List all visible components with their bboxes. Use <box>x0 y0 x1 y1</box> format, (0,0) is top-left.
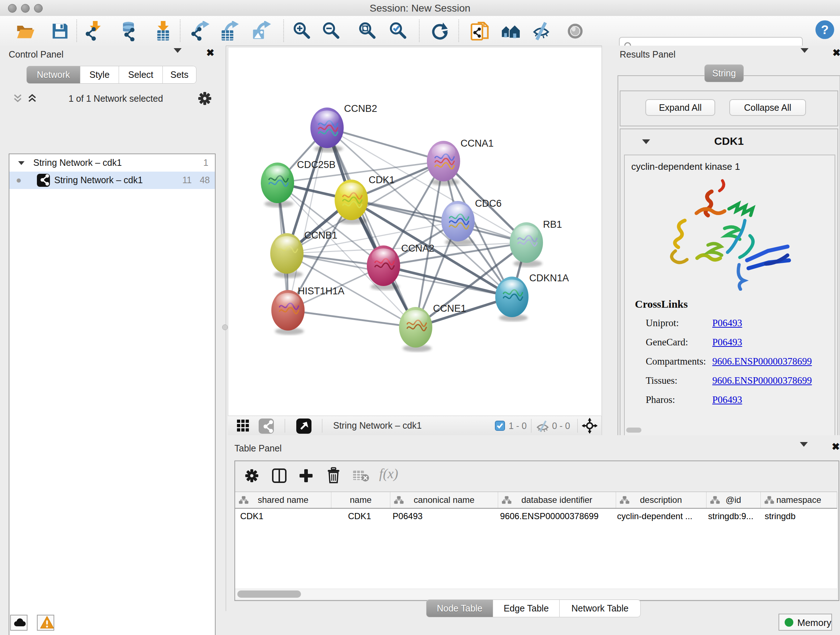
memory-button[interactable]: Memory <box>778 614 832 631</box>
network-canvas[interactable]: CCNB2CCNA1CDC25BCDK1CDC6RB1CCNB1CCNA2CDK… <box>228 47 602 416</box>
birdseye-view-icon[interactable] <box>296 418 312 434</box>
network-options-gear-icon[interactable] <box>197 91 212 106</box>
cloud-status-button[interactable] <box>10 615 27 631</box>
clone-network-button[interactable] <box>470 21 490 41</box>
column-header-name[interactable]: name <box>332 492 390 508</box>
network-node-rb1[interactable]: RB1 <box>510 219 562 267</box>
table-cell[interactable]: stringdb <box>760 509 837 524</box>
table-cell[interactable]: CDK1 <box>235 509 332 524</box>
table-scrollbar-thumb[interactable] <box>237 591 301 598</box>
table-cell[interactable]: 9606.ENSP00000378699 <box>495 509 612 524</box>
crosslink-link[interactable]: 9606.ENSP00000378699 <box>712 356 812 367</box>
tab-select[interactable]: Select <box>119 66 163 84</box>
table-panel-collapse-button[interactable] <box>800 447 808 452</box>
column-header-namespace[interactable]: namespace <box>761 492 837 508</box>
export-image-button[interactable] <box>251 21 271 41</box>
import-network-button[interactable] <box>84 21 104 41</box>
network-graph[interactable]: CCNB2CCNA1CDC25BCDK1CDC6RB1CCNB1CCNA2CDK… <box>228 48 602 416</box>
table-container: f(x) shared namenamecanonical namedataba… <box>234 461 839 601</box>
network-nodes: CCNB2CCNA1CDC25BCDK1CDC6RB1CCNB1CCNA2CDK… <box>261 103 569 352</box>
table-options-gear-icon[interactable] <box>245 469 259 483</box>
save-session-button[interactable] <box>50 21 70 41</box>
collapse-all-button[interactable]: Collapse All <box>729 99 806 116</box>
results-panel-collapse-button[interactable] <box>801 53 808 58</box>
footer-separator <box>531 419 531 432</box>
import-database-button[interactable] <box>118 21 139 41</box>
help-button[interactable]: ? <box>815 19 835 40</box>
table-cell[interactable]: P06493 <box>387 509 495 524</box>
tab-string[interactable]: String <box>704 65 744 82</box>
network-node-cdk1[interactable]: CDK1 <box>335 174 395 225</box>
table-cell[interactable]: cyclin-dependent ... <box>612 509 703 524</box>
crosslink-link[interactable]: P06493 <box>712 394 742 405</box>
network-tree-row[interactable]: ●String Network – cdk11148 <box>9 172 215 189</box>
crosslink-label: Compartments: <box>646 356 706 367</box>
tab-edge-table[interactable]: Edge Table <box>493 600 560 617</box>
show-columns-icon[interactable] <box>271 468 287 484</box>
column-header-shared-name[interactable]: shared name <box>235 492 332 508</box>
open-session-button[interactable] <box>15 21 35 41</box>
control-panel-close-button[interactable]: ✖ <box>206 49 215 57</box>
fit-content-crosshair-icon[interactable] <box>582 418 598 434</box>
column-type-icon <box>394 496 404 504</box>
network-node-ccna2[interactable]: CCNA2 <box>367 243 434 290</box>
tab-style[interactable]: Style <box>80 66 119 84</box>
hide-selected-button[interactable] <box>531 21 552 41</box>
crosslink-link[interactable]: 9606.ENSP00000378699 <box>712 375 812 386</box>
results-panel-float-button[interactable] <box>819 50 826 57</box>
column-header-description[interactable]: description <box>616 492 706 508</box>
network-node-ccnb2[interactable]: CCNB2 <box>310 103 377 152</box>
table-panel-close-button[interactable]: ✖ <box>832 443 840 450</box>
warning-status-button[interactable] <box>37 615 54 631</box>
tab-node-table[interactable]: Node Table <box>426 600 493 617</box>
column-header-database-identifier[interactable]: database identifier <box>498 492 616 508</box>
refresh-button[interactable] <box>430 21 450 41</box>
import-table-button[interactable] <box>153 21 173 41</box>
network-tree-row[interactable]: String Network – cdk11 <box>9 154 215 172</box>
zoom-out-button[interactable] <box>322 21 342 41</box>
add-column-icon[interactable] <box>298 468 314 484</box>
table-cell[interactable]: CDK1 <box>332 509 388 524</box>
collapse-all-icon[interactable] <box>13 93 25 104</box>
control-panel-float-button[interactable] <box>193 50 200 57</box>
control-panel-collapse-button[interactable] <box>174 53 182 58</box>
selected-checkbox-icon[interactable] <box>495 421 505 431</box>
tree-expander-icon[interactable] <box>18 161 25 165</box>
show-all-button[interactable] <box>565 21 585 41</box>
tab-network-table[interactable]: Network Table <box>560 600 641 617</box>
tab-sets[interactable]: Sets <box>163 66 196 84</box>
network-node-cdc25b[interactable]: CDC25B <box>261 159 336 207</box>
node-label: CDK1 <box>369 174 395 185</box>
table-panel-float-button[interactable] <box>818 444 825 451</box>
export-table-button[interactable] <box>218 21 239 41</box>
network-node-hist1h1a[interactable]: HIST1H1A <box>271 286 344 335</box>
expand-all-icon[interactable] <box>27 93 40 104</box>
column-header-canonical-name[interactable]: canonical name <box>390 492 498 508</box>
detail-scrollbar-thumb[interactable] <box>626 428 641 432</box>
results-panel-tabs: String <box>704 65 744 82</box>
collapse-entry-icon[interactable] <box>642 139 650 144</box>
grid-view-icon[interactable] <box>237 419 251 432</box>
network-status-bullet: ● <box>16 174 22 186</box>
results-panel-close-button[interactable]: ✖ <box>832 49 840 57</box>
expand-all-button[interactable]: Expand All <box>645 99 715 116</box>
table-toolbar: f(x) <box>235 461 838 490</box>
zoom-in-button[interactable] <box>292 21 313 41</box>
crosslink-link[interactable]: P06493 <box>712 318 742 329</box>
column-header--id[interactable]: @id <box>706 492 761 508</box>
home-button[interactable] <box>501 21 521 41</box>
zoom-selected-button[interactable] <box>388 21 409 41</box>
string-view-icon[interactable] <box>258 418 274 434</box>
network-node-ccne1[interactable]: CCNE1 <box>399 303 466 352</box>
export-network-button[interactable] <box>189 21 210 41</box>
expand-collapse-bar: Expand All Collapse All <box>620 90 838 126</box>
zoom-fit-button[interactable] <box>358 21 378 41</box>
crosslink-link[interactable]: P06493 <box>712 337 742 348</box>
delete-column-icon[interactable] <box>325 467 341 484</box>
network-node-cdkn1a[interactable]: CDKN1A <box>495 272 569 321</box>
network-edges <box>278 128 526 327</box>
table-row[interactable]: CDK1CDK1P064939606.ENSP00000378699cyclin… <box>235 509 837 524</box>
vertical-splitter-handle[interactable] <box>222 325 228 330</box>
table-cell[interactable]: stringdb:9... <box>703 509 759 524</box>
tab-network[interactable]: Network <box>27 66 80 84</box>
